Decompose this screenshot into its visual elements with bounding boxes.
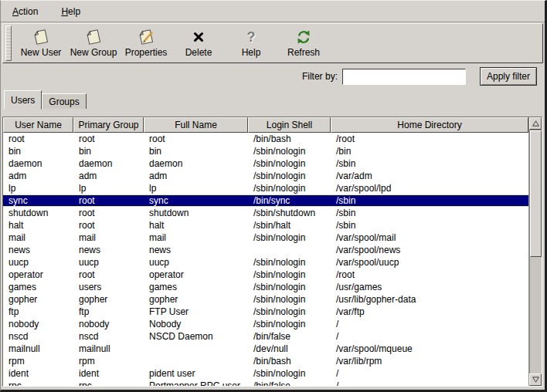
scroll-down-arrow-icon[interactable] bbox=[529, 373, 542, 386]
table-row[interactable]: shutdown root shutdown /sbin/shutdown /s… bbox=[3, 207, 528, 219]
table-row[interactable]: mail mail mail /sbin/nologin /var/spool/… bbox=[3, 231, 528, 244]
cell-user-name: root bbox=[3, 133, 73, 145]
table-row[interactable]: nobody nobody Nobody /sbin/nologin / bbox=[3, 318, 528, 330]
new-user-button[interactable]: New User bbox=[15, 25, 67, 62]
cell-login-shell: /sbin/nologin bbox=[248, 145, 331, 157]
table-row[interactable]: news news news /var/spool/news bbox=[3, 244, 528, 256]
cell-home-directory: /root bbox=[331, 269, 528, 281]
menu-action[interactable]: Action bbox=[7, 4, 43, 19]
cell-home-directory: /sbin bbox=[331, 157, 528, 170]
cell-primary-group: rpm bbox=[73, 355, 144, 367]
cell-user-name: rpm bbox=[3, 355, 73, 367]
cell-home-directory: /sbin bbox=[331, 194, 528, 207]
cell-login-shell: /sbin/nologin bbox=[248, 256, 331, 269]
column-header-primary-group[interactable]: Primary Group bbox=[73, 117, 144, 133]
cell-full-name: root bbox=[144, 133, 248, 145]
cell-login-shell: /sbin/nologin bbox=[248, 367, 331, 380]
cell-login-shell: /sbin/nologin bbox=[248, 318, 331, 330]
refresh-button[interactable]: Refresh bbox=[277, 25, 330, 62]
cell-home-directory: /usr/lib/gopher-data bbox=[331, 293, 528, 306]
tab-users[interactable]: Users bbox=[4, 90, 42, 110]
cell-home-directory: /bin bbox=[331, 145, 528, 157]
filter-input[interactable] bbox=[342, 69, 466, 85]
user-manager-window: Action Help New User New Group Propertie… bbox=[0, 0, 547, 392]
cell-user-name: bin bbox=[3, 145, 73, 157]
table-row[interactable]: bin bin bin /sbin/nologin /bin bbox=[3, 145, 528, 157]
user-table-body: root root root /bin/bash /root bin bin b… bbox=[3, 133, 528, 386]
cell-home-directory: /var/spool/uucp bbox=[331, 256, 528, 269]
cell-home-directory: / bbox=[331, 380, 528, 386]
cell-full-name bbox=[144, 355, 248, 367]
cell-home-directory: / bbox=[331, 367, 528, 380]
table-row[interactable]: games users games /sbin/nologin /usr/gam… bbox=[3, 281, 528, 293]
table-row[interactable]: adm adm adm /sbin/nologin /var/adm bbox=[3, 170, 528, 182]
table-row[interactable]: halt root halt /sbin/halt /sbin bbox=[3, 219, 528, 231]
cell-primary-group: root bbox=[73, 207, 144, 219]
cell-primary-group: news bbox=[73, 244, 144, 256]
cell-full-name: news bbox=[144, 244, 248, 256]
toolbar-drag-handle[interactable] bbox=[5, 25, 12, 61]
cell-login-shell: /sbin/nologin bbox=[248, 231, 331, 244]
tab-groups[interactable]: Groups bbox=[42, 93, 86, 109]
table-row[interactable]: gopher gopher gopher /sbin/nologin /usr/… bbox=[3, 293, 528, 306]
cell-user-name: ftp bbox=[3, 306, 73, 318]
cell-full-name: sync bbox=[144, 194, 248, 207]
table-row[interactable]: mailnull mailnull /dev/null /var/spool/m… bbox=[3, 343, 528, 355]
cell-primary-group: lp bbox=[73, 182, 144, 194]
cell-full-name: FTP User bbox=[144, 306, 248, 318]
table-row[interactable]: daemon daemon daemon /sbin/nologin /sbin bbox=[3, 157, 528, 170]
refresh-arrows-icon bbox=[296, 27, 311, 47]
cell-primary-group: mail bbox=[73, 231, 144, 244]
cell-user-name: rpc bbox=[3, 380, 73, 386]
table-row[interactable]: root root root /bin/bash /root bbox=[3, 133, 528, 145]
delete-label: Delete bbox=[185, 47, 212, 58]
cell-full-name: halt bbox=[144, 219, 248, 231]
vertical-scrollbar[interactable] bbox=[528, 117, 542, 386]
column-header-full-name[interactable]: Full Name bbox=[144, 117, 248, 133]
table-row[interactable]: sync root sync /bin/sync /sbin bbox=[3, 194, 528, 207]
cell-full-name: shutdown bbox=[144, 207, 248, 219]
cell-full-name: uucp bbox=[144, 256, 248, 269]
cell-primary-group: root bbox=[73, 269, 144, 281]
table-row[interactable]: uucp uucp uucp /sbin/nologin /var/spool/… bbox=[3, 256, 528, 269]
scrollbar-trough[interactable] bbox=[529, 130, 542, 373]
cell-full-name: bin bbox=[144, 145, 248, 157]
cell-primary-group: root bbox=[73, 194, 144, 207]
cell-full-name: Portmapper RPC user bbox=[144, 380, 248, 386]
scrollbar-thumb[interactable] bbox=[530, 130, 542, 257]
table-row[interactable]: nscd nscd NSCD Daemon /bin/false / bbox=[3, 330, 528, 343]
cell-home-directory: /var/spool/mail bbox=[331, 231, 528, 244]
cell-home-directory: /var/spool/mqueue bbox=[331, 343, 528, 355]
table-row[interactable]: ftp ftp FTP User /sbin/nologin /var/ftp bbox=[3, 306, 528, 318]
cell-user-name: nobody bbox=[3, 318, 73, 330]
table-row[interactable]: operator root operator /sbin/nologin /ro… bbox=[3, 269, 528, 281]
filter-row: Filter by: Apply filter bbox=[1, 63, 545, 90]
column-header-user-name[interactable]: User Name bbox=[3, 117, 73, 133]
cell-full-name: daemon bbox=[144, 157, 248, 170]
cell-user-name: nscd bbox=[3, 330, 73, 343]
cell-user-name: games bbox=[3, 281, 73, 293]
properties-button[interactable]: Properties bbox=[120, 25, 172, 62]
cell-home-directory: / bbox=[331, 318, 528, 330]
cell-primary-group: adm bbox=[73, 170, 144, 182]
cell-full-name: operator bbox=[144, 269, 248, 281]
table-row[interactable]: lp lp lp /sbin/nologin /var/spool/lpd bbox=[3, 182, 528, 194]
cell-user-name: daemon bbox=[3, 157, 73, 170]
scroll-up-arrow-icon[interactable] bbox=[529, 117, 542, 130]
column-header-home-directory[interactable]: Home Directory bbox=[331, 117, 528, 133]
table-row[interactable]: rpc rpc Portmapper RPC user /bin/false / bbox=[3, 380, 528, 386]
delete-button[interactable]: Delete bbox=[172, 25, 225, 62]
new-group-button[interactable]: New Group bbox=[67, 25, 120, 62]
column-header-login-shell[interactable]: Login Shell bbox=[248, 117, 331, 133]
table-row[interactable]: rpm rpm /bin/bash /var/lib/rpm bbox=[3, 355, 528, 367]
cell-user-name: uucp bbox=[3, 256, 73, 269]
cell-home-directory: /var/spool/lpd bbox=[331, 182, 528, 194]
table-row[interactable]: ident ident pident user /sbin/nologin / bbox=[3, 367, 528, 380]
filter-by-label: Filter by: bbox=[302, 71, 338, 82]
cell-full-name: pident user bbox=[144, 367, 248, 380]
menu-help[interactable]: Help bbox=[56, 4, 86, 19]
cell-login-shell: /bin/sync bbox=[248, 194, 331, 207]
cell-primary-group: root bbox=[73, 133, 144, 145]
apply-filter-button[interactable]: Apply filter bbox=[480, 67, 537, 86]
help-button[interactable]: ? Help bbox=[225, 25, 277, 62]
